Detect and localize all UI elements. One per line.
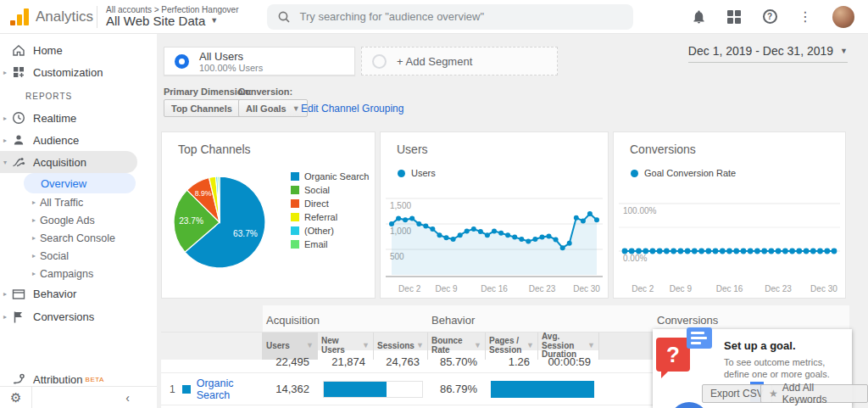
users-line-chart[interactable]: 1,5001,000500Dec 2Dec 9Dec 16Dec 23Dec 3… — [386, 183, 603, 295]
legend-label: Referral — [304, 212, 337, 222]
expand-caret-icon: ▸ — [32, 252, 40, 260]
svg-text:63.7%: 63.7% — [233, 229, 258, 238]
legend-item[interactable]: Social — [291, 185, 369, 195]
sidebar-item-home[interactable]: Home — [0, 39, 157, 61]
search-input[interactable] — [299, 10, 623, 23]
expand-caret-icon: ▸ — [32, 270, 40, 277]
total-users: 22,495 — [263, 350, 318, 372]
collapse-sidebar-icon[interactable]: ‹ — [125, 391, 130, 405]
sidebar-item-label: Customization — [33, 66, 103, 79]
svg-text:Dec 2: Dec 2 — [398, 284, 421, 293]
sidebar-item-label: Search Console — [40, 232, 115, 244]
more-options-kebab-icon[interactable]: ⋮ — [797, 8, 814, 25]
sidebar-item-label: All Traffic — [40, 197, 83, 209]
sidebar-item-customization[interactable]: ▸ Customization — [0, 61, 157, 83]
sidebar-item-audience[interactable]: ▸ Audience — [0, 129, 157, 151]
chevron-down-icon: ▼ — [210, 17, 218, 25]
home-icon — [11, 42, 26, 58]
behavior-bar-fill — [491, 381, 594, 398]
legend-item[interactable]: Referral — [291, 212, 369, 222]
edit-channel-grouping-link[interactable]: Edit Channel Grouping — [301, 103, 403, 115]
sidebar-item-behavior[interactable]: ▸ Behavior — [0, 282, 157, 305]
segment-ring-icon — [175, 54, 189, 69]
sidebar-item-realtime[interactable]: ▸ Realtime — [0, 107, 157, 129]
sidebar-item-label: Campaigns — [40, 268, 93, 280]
sidebar-item-conversions[interactable]: ▸ Conversions — [0, 305, 157, 328]
sort-icon: ▼ — [416, 342, 424, 349]
svg-text:Dec 30: Dec 30 — [810, 284, 837, 293]
svg-text:Dec 9: Dec 9 — [435, 284, 458, 293]
sidebar-nav: Home ▸ Customization REPORTS ▸ Realtime … — [0, 34, 157, 408]
search-bar[interactable] — [267, 4, 633, 30]
expand-caret-icon: ▸ — [32, 216, 40, 224]
sidebar-item-overview-active[interactable]: Overview — [24, 173, 136, 193]
notifications-bell-icon[interactable] — [690, 8, 707, 25]
sidebar-item-campaigns[interactable]: ▸ Campaigns — [0, 265, 157, 282]
behavior-bar — [491, 381, 594, 398]
legend-label: Direct — [304, 198, 329, 209]
users-legend: Users — [398, 168, 436, 178]
sidebar-item-search-console[interactable]: ▸ Search Console — [0, 229, 157, 247]
attribution-icon — [11, 372, 26, 387]
legend-label: Social — [304, 185, 330, 195]
collapse-caret-icon: ▾ — [3, 159, 11, 166]
sidebar-item-acquisition[interactable]: ▾ Acquisition — [0, 151, 137, 173]
sidebar-item-all-traffic[interactable]: ▸ All Traffic — [0, 193, 157, 211]
behavior-window-icon — [11, 287, 26, 302]
total-bounce-rate: 85.70% — [428, 350, 486, 372]
sidebar-item-label: Social — [40, 250, 69, 262]
sidebar-item-label: Acquisition — [33, 156, 86, 169]
conversions-line-chart[interactable]: 100.00%0.00%Dec 2Dec 9Dec 16Dec 23Dec 30 — [619, 183, 840, 295]
account-breadcrumb[interactable]: All accounts > Perfection Hangover All W… — [106, 5, 238, 29]
legend-dot — [398, 170, 405, 177]
group-header-conversions: Conversions — [599, 305, 849, 332]
add-segment-button[interactable]: + Add Segment — [361, 47, 558, 75]
add-segment-circle-icon — [372, 54, 387, 69]
apps-grid-icon[interactable] — [726, 8, 743, 25]
sidebar-item-google-ads[interactable]: ▸ Google Ads — [0, 211, 157, 229]
sidebar-item-social[interactable]: ▸ Social — [0, 247, 157, 265]
legend-item[interactable]: Organic Search — [291, 171, 369, 182]
legend-label: Goal Conversion Rate — [644, 168, 736, 178]
user-avatar[interactable] — [832, 6, 854, 28]
legend-item[interactable]: Direct — [291, 198, 369, 209]
channel-link-organic-search[interactable]: Organic Search — [197, 377, 263, 401]
svg-text:Dec 16: Dec 16 — [716, 284, 743, 293]
svg-text:1,500: 1,500 — [390, 201, 411, 210]
realtime-clock-icon — [11, 110, 26, 126]
help-icon[interactable]: ? — [761, 8, 778, 25]
row-bounce-rate: 86.79% — [428, 383, 486, 395]
top-channels-pie[interactable]: 63.7%23.7%8.9% — [172, 175, 267, 270]
sort-icon: ▼ — [587, 342, 595, 349]
conversion-dropdown[interactable]: All Goals ▼ — [238, 99, 308, 117]
row-users: 14,362 — [263, 383, 318, 395]
goal-card-title: Set up a goal. — [724, 339, 796, 352]
expand-caret-icon: ▸ — [3, 290, 11, 298]
analytics-logo[interactable]: Analytics — [0, 8, 95, 25]
admin-gear-icon[interactable]: ⚙ — [10, 390, 21, 405]
new-users-bar-fill — [324, 382, 387, 397]
legend-item[interactable]: Email — [291, 239, 369, 249]
panel-title: Top Channels — [178, 143, 251, 156]
sidebar-item-label: Conversions — [33, 310, 94, 323]
conversions-legend: Goal Conversion Rate — [631, 168, 736, 178]
svg-text:Dec 23: Dec 23 — [765, 284, 792, 293]
legend-label: Users — [411, 168, 436, 178]
chevron-down-icon: ▼ — [292, 104, 300, 113]
reports-section-label: REPORTS — [25, 92, 157, 103]
primary-dimension-value: Top Channels — [171, 103, 232, 114]
add-segment-label: + Add Segment — [397, 55, 472, 68]
svg-text:Dec 30: Dec 30 — [573, 284, 600, 293]
sidebar-item-label: Overview — [41, 177, 86, 190]
date-range-value: Dec 1, 2019 - Dec 31, 2019 — [688, 44, 833, 58]
sidebar-footer: ⚙ ‹ — [0, 386, 157, 408]
segment-all-users[interactable]: All Users 100.00% Users — [164, 47, 355, 75]
add-all-keywords-button[interactable]: ★ Add All Keywords — [760, 384, 868, 403]
sort-desc-icon: ▼ — [306, 342, 314, 349]
analytics-app: Analytics All accounts > Perfection Hang… — [0, 0, 868, 408]
property-selector[interactable]: All Web Site Data — [106, 14, 205, 29]
legend-item[interactable]: (Other) — [291, 226, 369, 236]
date-range-picker[interactable]: Dec 1, 2019 - Dec 31, 2019 ▼ — [688, 44, 848, 63]
legend-swatch — [291, 186, 299, 194]
conversions-panel: Conversions Goal Conversion Rate 100.00%… — [613, 131, 846, 299]
